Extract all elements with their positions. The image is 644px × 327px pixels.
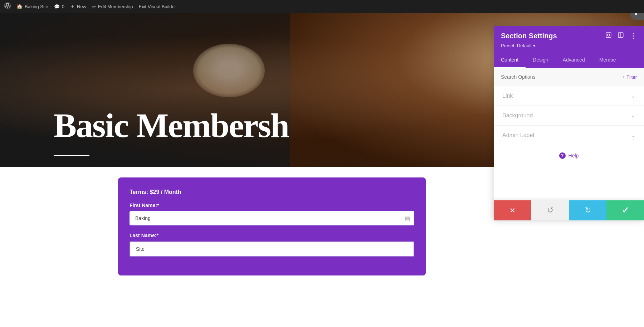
site-icon: 🏠 (16, 4, 23, 9)
hero-slide-indicator (54, 155, 89, 156)
tab-content[interactable]: Content (494, 53, 526, 68)
wp-logo[interactable] (4, 3, 11, 11)
help-label: Help (569, 153, 579, 158)
tab-advanced[interactable]: Advanced (556, 53, 592, 68)
input-field-icon: ▤ (405, 215, 410, 222)
last-name-label: Last Name:* (130, 233, 414, 238)
plus-icon: ＋ (70, 3, 75, 10)
undo-icon: ↺ (547, 206, 553, 215)
comments-count: 0 (62, 4, 64, 9)
site-name-label: Baking Site (25, 4, 48, 9)
accordion-admin-label: Admin Label ⌄ (494, 126, 644, 145)
save-button[interactable]: ✓ (606, 200, 644, 220)
accordion-admin-label-text: Admin Label (502, 132, 534, 138)
cancel-button[interactable]: ✕ (494, 200, 531, 220)
panel-help[interactable]: ? Help (494, 145, 644, 166)
panel-header-icons: ⋮ (605, 31, 637, 40)
accordion-admin-label-arrow: ⌄ (631, 132, 635, 138)
accordion-background-arrow: ⌄ (631, 113, 635, 118)
search-bar: + Filter (494, 68, 644, 86)
filter-label: Filter (626, 74, 637, 80)
redo-button[interactable]: ↻ (569, 200, 606, 220)
search-input-wrap (501, 74, 620, 80)
panel-title: Section Settings (501, 32, 557, 40)
cancel-icon: ✕ (509, 206, 516, 215)
accordion-background: Background ⌄ (494, 106, 644, 126)
edit-icon: ✏ (92, 4, 96, 9)
first-name-wrapper: ▤ (130, 211, 414, 225)
last-name-wrapper (130, 241, 414, 257)
accordion-admin-label-header[interactable]: Admin Label ⌄ (494, 126, 644, 145)
svg-rect-0 (606, 33, 611, 38)
panel-body: + Filter Link ⌄ Background ⌄ Admi (494, 68, 644, 220)
svg-point-1 (608, 34, 610, 36)
search-options-input[interactable] (501, 74, 620, 80)
accordion-background-header[interactable]: Background ⌄ (494, 106, 644, 125)
panel-tabs: Content Design Advanced Membe (494, 53, 644, 68)
accordion-background-label: Background (502, 112, 533, 119)
preset-arrow: ▾ (533, 43, 535, 48)
new-label: New (77, 4, 86, 9)
exit-visual-builder-button[interactable]: Exit Visual Builder (139, 4, 176, 9)
panel-header: Section Settings (494, 26, 644, 53)
bowl-photo-area (193, 44, 265, 97)
tab-membe[interactable]: Membe (592, 53, 623, 68)
exit-label: Exit Visual Builder (139, 4, 176, 9)
preset-label: Preset: Default (501, 43, 532, 48)
accordion-link-label: Link (502, 93, 513, 99)
redo-icon: ↻ (585, 206, 591, 215)
filter-plus-icon: + (623, 74, 625, 80)
comments-icon: 💬 (54, 4, 60, 9)
undo-button[interactable]: ↺ (531, 200, 569, 220)
accordion-link-header[interactable]: Link ⌄ (494, 86, 644, 106)
membership-form-card: Terms: $29 / Month First Name:* ▤ Last N… (118, 177, 426, 275)
form-terms: Terms: $29 / Month (130, 189, 414, 195)
save-icon: ✓ (622, 205, 629, 215)
action-bar: ✕ ↺ ↻ ✓ (494, 200, 644, 220)
accordion-link: Link ⌄ (494, 86, 644, 106)
comments-link[interactable]: 💬 0 (54, 4, 64, 9)
accordion-link-arrow: ⌄ (631, 93, 635, 99)
wp-logo-icon (4, 3, 11, 11)
panel-preset[interactable]: Preset: Default ▾ (501, 43, 637, 48)
more-options-icon[interactable]: ⋮ (630, 31, 637, 40)
new-button[interactable]: ＋ New (70, 3, 86, 10)
layout-icon[interactable] (618, 32, 624, 40)
last-name-input[interactable] (130, 241, 414, 257)
site-name[interactable]: 🏠 Baking Site (16, 4, 48, 9)
section-settings-panel: Section Settings (494, 26, 644, 220)
screenshot-icon[interactable] (605, 32, 612, 40)
panel-header-top: Section Settings (501, 31, 637, 40)
edit-membership-button[interactable]: ✏ Edit Membership (92, 4, 133, 9)
first-name-input[interactable] (130, 211, 414, 225)
filter-button[interactable]: + Filter (623, 74, 637, 80)
help-icon: ? (559, 152, 566, 159)
hero-title: Basic Membersh (54, 106, 289, 145)
first-name-label: First Name:* (130, 202, 414, 208)
tab-design[interactable]: Design (526, 53, 556, 68)
edit-label: Edit Membership (98, 4, 133, 9)
admin-bar: 🏠 Baking Site 💬 0 ＋ New ✏ Edit Membershi… (0, 0, 644, 13)
